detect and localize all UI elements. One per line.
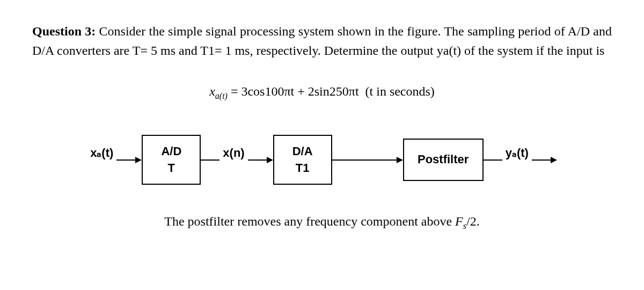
eq-lhs-sub: a(t) [215, 91, 228, 100]
da-label: D/A [289, 143, 316, 160]
eq-note: (t in seconds) [365, 84, 435, 98]
footer-var: F [455, 214, 463, 228]
postfilter-block: Postfilter [403, 139, 484, 181]
discrete-signal-label: x(n) [223, 144, 244, 162]
arrow-ad-to-da-right [248, 157, 273, 163]
block-diagram: xₐ(t) A/D T x(n) D/A T1 Postfilter yₐ(t) [97, 135, 547, 185]
da-period: T1 [289, 160, 316, 177]
arrow-output-left [484, 160, 502, 161]
arrow-ad-to-da-left [201, 160, 219, 161]
footer-before: The postfilter removes any frequency com… [164, 214, 455, 228]
input-equation: xa(t) = 3cos100πt + 2sin250πt (t in seco… [32, 82, 612, 103]
arrow-input [116, 157, 142, 163]
postfilter-label: Postfilter [415, 151, 472, 168]
da-converter-block: D/A T1 [273, 135, 332, 185]
question-label: Question 3: [32, 24, 96, 38]
question-text: Question 3: Consider the simple signal p… [32, 21, 612, 60]
eq-rhs: = 3cos100πt + 2sin250πt [231, 84, 359, 98]
ad-label: A/D [158, 143, 185, 160]
eq-lhs-var: x [209, 84, 215, 98]
input-signal-label: xₐ(t) [90, 144, 113, 162]
footer-after: /2. [466, 214, 480, 228]
postfilter-note: The postfilter removes any frequency com… [32, 212, 612, 233]
ad-period: T [158, 160, 185, 177]
question-body: Consider the simple signal processing sy… [32, 24, 612, 57]
ad-converter-block: A/D T [142, 135, 201, 185]
arrow-output-right [532, 157, 557, 163]
arrow-da-to-postfilter [332, 157, 403, 163]
output-signal-label: yₐ(t) [506, 144, 529, 162]
